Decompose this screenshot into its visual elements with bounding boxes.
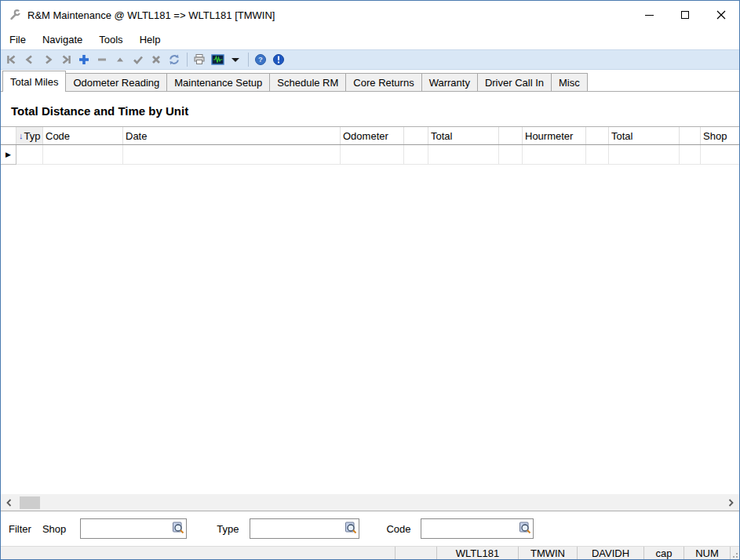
previous-record-button[interactable] (21, 51, 38, 68)
shop-filter-input[interactable] (80, 518, 187, 539)
first-record-button[interactable] (3, 51, 20, 68)
type-filter-input[interactable] (250, 518, 359, 539)
menu-navigate[interactable]: Navigate (35, 29, 89, 49)
grid-header-blank[interactable] (680, 127, 701, 144)
status-user: DAVIDH (577, 547, 643, 559)
grid-header-total-hours[interactable]: Total (609, 127, 680, 144)
grid-cell[interactable] (404, 145, 428, 165)
grid-header-row: ↓Typ Code Date Odometer Total Hourmeter … (1, 126, 739, 145)
next-record-icon (42, 53, 54, 66)
lookup-icon[interactable] (172, 522, 184, 536)
window-controls (631, 1, 739, 29)
horizontal-scrollbar[interactable] (1, 494, 739, 511)
filter-type-label: Type (217, 523, 239, 535)
menu-tools[interactable]: Tools (92, 29, 129, 49)
grid-cell[interactable] (499, 145, 523, 165)
sort-descending-icon: ↓ (19, 132, 24, 140)
grid-cell[interactable] (341, 145, 404, 165)
toolbar: ? (1, 49, 739, 70)
chevron-right-icon (727, 499, 735, 507)
grid-header-blank[interactable] (404, 127, 428, 144)
grid-header-odometer[interactable]: Odometer (341, 127, 404, 144)
next-record-button[interactable] (39, 51, 57, 68)
lookup-icon[interactable] (344, 522, 357, 536)
filter-shop-field (80, 518, 187, 539)
help-button[interactable]: ? (252, 51, 269, 68)
chevron-down-icon (231, 53, 240, 66)
grid-cell[interactable] (609, 145, 680, 165)
grid-header-total-miles[interactable]: Total (428, 127, 499, 144)
delete-record-icon (96, 53, 108, 66)
tab-core-returns[interactable]: Core Returns (345, 73, 421, 91)
grid-cell[interactable] (701, 145, 739, 165)
grid-cell[interactable] (680, 145, 701, 165)
status-unit: WLTL181 (436, 547, 518, 559)
refresh-button[interactable] (166, 51, 183, 68)
grid-header-typ[interactable]: ↓Typ (16, 127, 43, 144)
resize-grip[interactable] (730, 547, 739, 559)
tab-total-miles[interactable]: Total Miles (2, 71, 66, 92)
about-button[interactable] (270, 51, 287, 68)
chevron-left-icon (5, 499, 13, 507)
toolbar-separator (187, 53, 188, 67)
cancel-edit-button[interactable] (148, 51, 165, 68)
grid-header-date[interactable]: Date (123, 127, 341, 144)
grid-header-blank[interactable] (499, 127, 523, 144)
filter-bar: Filter Shop Type Code (1, 511, 739, 546)
last-record-button[interactable] (57, 51, 75, 68)
maximize-button[interactable] (667, 1, 703, 29)
collapse-button[interactable] (111, 51, 129, 68)
last-record-icon (60, 53, 72, 66)
tab-driver-call-in[interactable]: Driver Call In (477, 73, 552, 91)
filter-type-field (250, 518, 359, 539)
grid-header-hourmeter[interactable]: Hourmeter (523, 127, 586, 144)
add-record-button[interactable] (75, 51, 93, 68)
printer-icon (193, 53, 206, 66)
info-icon (272, 53, 285, 66)
activity-monitor-icon (211, 53, 224, 66)
menu-help[interactable]: Help (133, 29, 168, 49)
menu-file[interactable]: File (2, 29, 33, 49)
print-button[interactable] (191, 51, 208, 68)
grid-header-blank[interactable] (586, 127, 609, 144)
tab-warranty[interactable]: Warranty (421, 73, 478, 91)
refresh-icon (168, 53, 180, 66)
grid-header-shop[interactable]: Shop (701, 127, 739, 144)
grid-row-current[interactable]: ▶ (1, 145, 739, 165)
close-button[interactable] (703, 1, 739, 29)
grid-cell[interactable] (43, 145, 123, 165)
delete-record-button[interactable] (93, 51, 111, 68)
grid-cell[interactable] (586, 145, 609, 165)
activity-monitor-button[interactable] (209, 51, 226, 68)
tab-maintenance-setup[interactable]: Maintenance Setup (166, 73, 270, 91)
grid-cell[interactable] (523, 145, 586, 165)
print-dropdown-button[interactable] (227, 51, 244, 68)
scrollbar-thumb[interactable] (20, 496, 40, 509)
scroll-left-button[interactable] (1, 494, 18, 511)
data-grid: ↓Typ Code Date Odometer Total Hourmeter … (1, 126, 739, 494)
filter-shop-label: Shop (42, 523, 66, 535)
tab-schedule-rm[interactable]: Schedule RM (269, 73, 346, 91)
tab-odometer-reading[interactable]: Odometer Reading (65, 73, 167, 91)
post-edit-button[interactable] (129, 51, 147, 68)
status-capslock: cap (643, 547, 683, 559)
status-app: TMWIN (518, 547, 577, 559)
lookup-icon[interactable] (519, 522, 531, 536)
grid-cell[interactable] (428, 145, 499, 165)
scroll-right-button[interactable] (722, 494, 739, 511)
record-indicator-cell: ▶ (1, 145, 16, 165)
grid-cell[interactable] (123, 145, 341, 165)
page-title: Total Distance and Time by Unit (11, 104, 739, 118)
code-filter-input[interactable] (421, 518, 534, 539)
minimize-button[interactable] (631, 1, 667, 29)
first-record-icon (5, 53, 18, 66)
filter-code-field (421, 518, 534, 539)
filter-code-label: Code (386, 523, 410, 535)
help-icon: ? (254, 53, 267, 66)
grid-header-code[interactable]: Code (43, 127, 123, 144)
scrollbar-track[interactable] (40, 494, 722, 511)
status-bar: WLTL181 TMWIN DAVIDH cap NUM (1, 546, 739, 559)
tab-misc[interactable]: Misc (551, 73, 588, 91)
grid-cell[interactable] (16, 145, 43, 165)
wrench-icon (9, 9, 21, 21)
